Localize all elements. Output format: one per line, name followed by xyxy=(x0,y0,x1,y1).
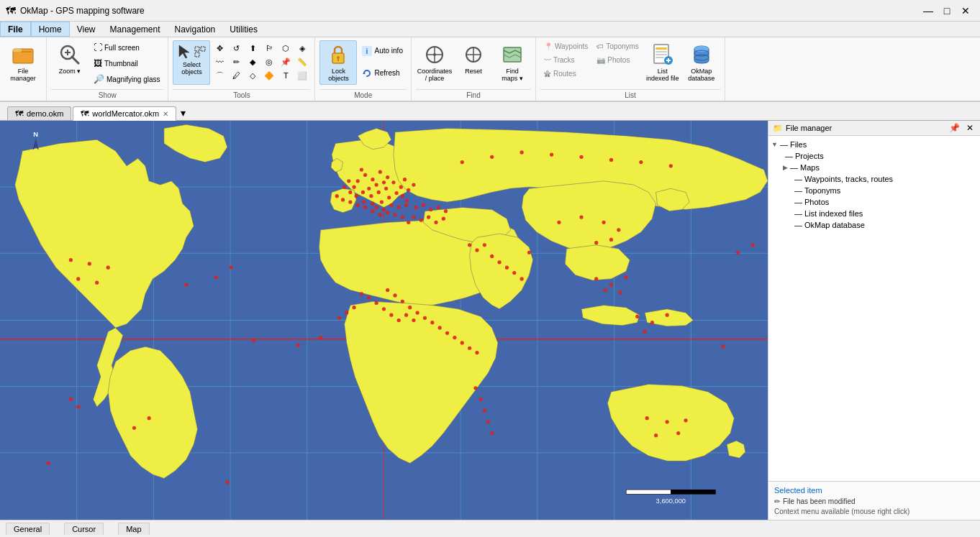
tree-item-files[interactable]: ▼ — Files xyxy=(771,139,977,150)
svg-point-167 xyxy=(106,266,110,270)
auto-info-button[interactable]: i Auto info xyxy=(358,44,406,58)
svg-point-116 xyxy=(412,318,415,322)
reset-button[interactable]: Reset xyxy=(455,40,492,83)
yellow-diamond-button[interactable]: ◇ xyxy=(245,69,260,82)
svg-marker-14 xyxy=(363,72,366,74)
svg-point-67 xyxy=(360,167,363,171)
svg-point-64 xyxy=(352,185,355,189)
svg-point-176 xyxy=(479,398,483,401)
lock-objects-button[interactable]: Lockobjects xyxy=(319,40,357,85)
projects-label: Projects xyxy=(795,152,824,160)
svg-point-58 xyxy=(367,187,371,191)
svg-point-59 xyxy=(382,180,386,184)
menu-management[interactable]: Management xyxy=(102,22,167,37)
routes-list-button[interactable]: 🛣 Routes xyxy=(540,68,591,80)
svg-point-145 xyxy=(579,155,583,159)
track-tool-button[interactable]: 〰 xyxy=(212,55,227,68)
pen-tool-button[interactable]: 🖊 xyxy=(228,69,244,82)
refresh-button[interactable]: Refresh xyxy=(358,66,406,81)
maximize-button[interactable]: □ xyxy=(938,3,956,19)
file-manager-button[interactable]: Filemanager xyxy=(4,40,42,85)
tree-item-projects[interactable]: — Projects xyxy=(771,150,977,162)
modified-text: File has been modified xyxy=(783,497,856,505)
list-group-label: List xyxy=(540,89,720,99)
waypoints-list-button[interactable]: 📍 Waypoints xyxy=(540,40,591,52)
svg-point-126 xyxy=(438,326,442,329)
svg-point-173 xyxy=(676,431,680,435)
tree-item-waypoints-tracks[interactable]: — Waypoints, tracks, routes xyxy=(771,173,977,185)
text-tool-button[interactable]: T xyxy=(278,69,294,82)
edit-tool-button[interactable]: ✏ xyxy=(228,55,244,68)
okmap-database-button[interactable]: OkMapdatabase xyxy=(683,40,720,85)
svg-point-112 xyxy=(416,311,419,314)
main-area: 3,600,000 N 📁 File manager 📌 ✕ ▼ xyxy=(0,121,980,520)
svg-point-174 xyxy=(654,433,658,437)
svg-point-10 xyxy=(337,56,340,59)
zoom-button[interactable]: Zoom ▾ xyxy=(51,40,89,83)
circle-tool-button[interactable]: ◎ xyxy=(261,55,277,68)
move-tool-button[interactable]: ✥ xyxy=(212,42,227,55)
tree-item-toponyms[interactable]: — Toponyms xyxy=(771,185,977,196)
map-canvas[interactable]: 3,600,000 N xyxy=(0,121,768,520)
svg-point-104 xyxy=(434,221,437,224)
svg-point-148 xyxy=(669,164,673,167)
area-tool-button[interactable]: ⬡ xyxy=(278,42,294,55)
menu-utilities[interactable]: Utilities xyxy=(222,22,265,37)
measure-tool-button[interactable]: 📏 xyxy=(294,55,310,68)
file-manager-footer: Selected item ✏ File has been modified C… xyxy=(768,481,980,520)
rotate-tool-button[interactable]: ↺ xyxy=(228,42,244,55)
svg-point-97 xyxy=(422,203,425,207)
toponyms-icon: 🏷 xyxy=(596,42,604,50)
list-indexed-file-button[interactable]: Listindexed file xyxy=(644,40,681,85)
statusbar-tab-map[interactable]: Map xyxy=(118,523,149,535)
tree-item-list-indexed-files[interactable]: — List indexed files xyxy=(771,208,977,219)
pin-tool-button[interactable]: 📌 xyxy=(278,55,294,68)
tab-worldMercator-close[interactable]: ✕ xyxy=(163,110,168,118)
ribbon-group-show: Zoom ▾ ⛶ Full screen 🖼 Thumbnail 🔎 Magni… xyxy=(47,37,168,101)
tree-item-photos[interactable]: — Photos xyxy=(771,196,977,208)
minimize-button[interactable]: — xyxy=(920,3,937,19)
close-button[interactable]: ✕ xyxy=(957,3,974,19)
file-manager-pin-button[interactable]: 📌 xyxy=(947,123,962,133)
file-manager-close-button[interactable]: ✕ xyxy=(964,123,976,133)
svg-rect-26 xyxy=(655,54,667,55)
orange-circle-button[interactable]: 🔶 xyxy=(261,69,277,82)
tab-worldMercator[interactable]: 🗺 worldMercator.okm ✕ xyxy=(73,106,176,121)
photos-list-button[interactable]: 📷 Photos xyxy=(593,54,643,66)
svg-point-133 xyxy=(497,260,501,264)
tab-demo[interactable]: 🗺 demo.okm xyxy=(7,106,71,120)
menu-view[interactable]: View xyxy=(70,22,103,37)
waypoint-tool-button[interactable]: 🏳 xyxy=(261,42,277,55)
full-screen-button[interactable]: ⛶ Full screen xyxy=(90,40,163,55)
svg-point-131 xyxy=(475,351,478,354)
eraser-tool-button[interactable]: ⬜ xyxy=(294,69,310,82)
tab-dropdown-button[interactable]: ▾ xyxy=(181,107,186,119)
okmap-database-icon xyxy=(690,43,713,66)
files-expander: ▼ xyxy=(771,141,778,148)
tree-item-okmap-database[interactable]: — OkMap database xyxy=(771,219,977,231)
svg-rect-24 xyxy=(655,47,667,50)
find-maps-label: Findmaps ▾ xyxy=(502,68,523,82)
menu-home[interactable]: Home xyxy=(31,22,70,37)
curve-tool-button[interactable]: ⌒ xyxy=(212,69,227,82)
diamond-tool-button[interactable]: ◆ xyxy=(245,55,260,68)
toponyms-list-button[interactable]: 🏷 Toponyms xyxy=(593,40,643,52)
coordinates-button[interactable]: Coordinates/ place xyxy=(416,40,453,85)
statusbar-tab-cursor[interactable]: Cursor xyxy=(64,523,104,535)
tree-item-maps[interactable]: ▶ — Maps xyxy=(771,162,977,173)
svg-point-74 xyxy=(355,194,358,198)
file-manager-panel: 📁 File manager 📌 ✕ ▼ — Files — Projects xyxy=(768,121,980,520)
svg-point-57 xyxy=(375,183,378,186)
node-tool-button[interactable]: ◈ xyxy=(294,42,310,55)
up-tool-button[interactable]: ⬆ xyxy=(245,42,260,55)
statusbar-tab-general[interactable]: General xyxy=(6,523,50,535)
tracks-list-button[interactable]: 〰 Tracks xyxy=(540,54,591,66)
svg-point-146 xyxy=(609,158,613,162)
menu-file[interactable]: File xyxy=(0,22,31,37)
coordinates-icon xyxy=(423,43,446,66)
thumbnail-button[interactable]: 🖼 Thumbnail xyxy=(90,56,163,70)
magnifying-glass-button[interactable]: 🔎 Magnifying glass xyxy=(90,72,163,86)
select-objects-button[interactable]: Selectobjects xyxy=(173,40,210,85)
find-maps-button[interactable]: Findmaps ▾ xyxy=(494,40,531,85)
menu-navigation[interactable]: Navigation xyxy=(168,22,223,37)
